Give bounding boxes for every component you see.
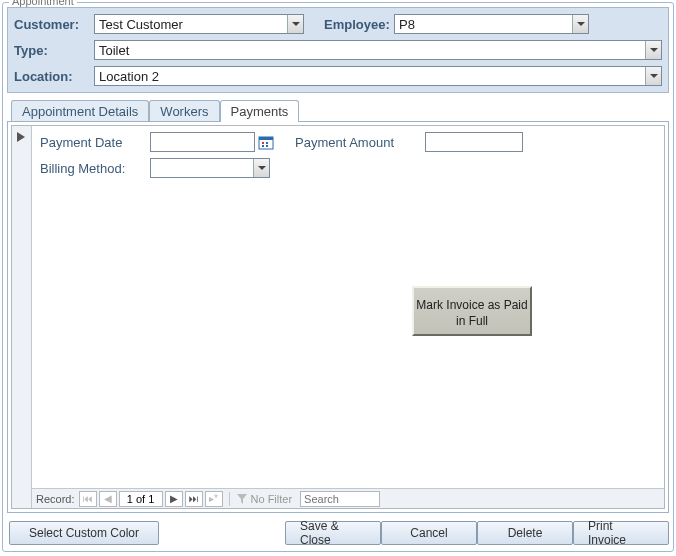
tabs-area: Appointment Details Workers Payments Pay… [7,99,669,513]
customer-label: Customer: [14,17,94,32]
chevron-down-icon [287,15,303,33]
print-invoice-button[interactable]: Print Invoice [573,521,669,545]
billing-method-combo[interactable] [150,158,270,178]
nav-new-icon[interactable]: ▸* [205,491,223,507]
cancel-button[interactable]: Cancel [381,521,477,545]
nav-prev-icon[interactable]: ◀ [99,491,117,507]
payment-date-input[interactable] [150,132,255,152]
payment-amount-input[interactable] [425,132,523,152]
tab-payments[interactable]: Payments [220,100,300,122]
tab-workers[interactable]: Workers [149,100,219,122]
subform-body: Payment Date Payment Amount Billing Meth… [32,126,664,508]
delete-button[interactable]: Delete [477,521,573,545]
nav-first-icon[interactable]: ⏮ [79,491,97,507]
tab-appointment-details[interactable]: Appointment Details [11,100,149,122]
funnel-icon [236,493,248,505]
select-color-button[interactable]: Select Custom Color [9,521,159,545]
calendar-icon[interactable] [257,133,275,151]
save-close-button[interactable]: Save & Close [285,521,381,545]
no-filter-indicator: No Filter [236,493,293,505]
svg-rect-1 [259,137,273,140]
mark-paid-button[interactable]: Mark Invoice as Paid in Full [412,286,532,336]
tabstrip: Appointment Details Workers Payments [7,99,669,121]
chevron-down-icon [253,159,269,177]
group-title: Appointment [9,0,77,7]
record-position[interactable] [119,491,163,507]
svg-rect-4 [262,145,264,147]
header-panel: Customer: Test Customer Employee: P8 Typ… [7,7,669,93]
svg-rect-3 [266,142,268,144]
tab-panel: Payment Date Payment Amount Billing Meth… [7,121,669,513]
footer-bar: Select Custom Color Save & Close Cancel … [7,519,669,547]
payments-subform: Payment Date Payment Amount Billing Meth… [11,125,665,509]
nav-next-icon[interactable]: ▶ [165,491,183,507]
appointment-group: Appointment Customer: Test Customer Empl… [2,2,674,552]
nav-last-icon[interactable]: ⏭ [185,491,203,507]
location-label: Location: [14,69,94,84]
type-label: Type: [14,43,94,58]
record-navigator: Record: ⏮ ◀ ▶ ⏭ ▸* No Filter [32,488,664,508]
search-input[interactable] [300,491,380,507]
customer-combo[interactable]: Test Customer [94,14,304,34]
svg-rect-2 [262,142,264,144]
svg-rect-5 [266,145,268,147]
payment-amount-label: Payment Amount [295,135,425,150]
record-selector[interactable] [12,126,32,508]
location-combo[interactable]: Location 2 [94,66,662,86]
chevron-down-icon [572,15,588,33]
type-combo[interactable]: Toilet [94,40,662,60]
chevron-down-icon [645,41,661,59]
employee-label: Employee: [324,17,394,32]
billing-method-label: Billing Method: [40,161,150,176]
employee-combo[interactable]: P8 [394,14,589,34]
record-label: Record: [36,493,75,505]
chevron-down-icon [645,67,661,85]
payment-date-label: Payment Date [40,135,150,150]
